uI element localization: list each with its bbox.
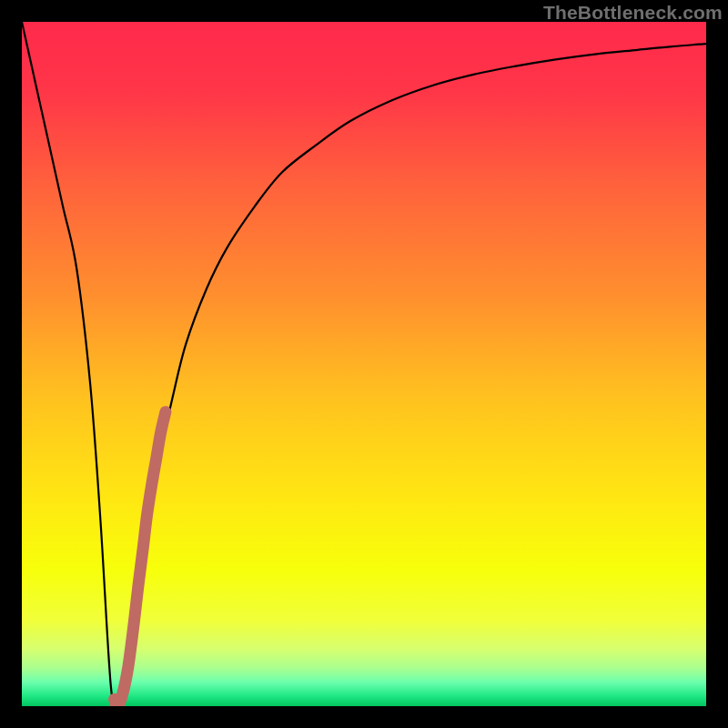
gradient-background xyxy=(22,22,706,706)
bottleneck-chart xyxy=(0,0,728,728)
chart-stage: TheBottleneck.com xyxy=(0,0,728,728)
watermark-text: TheBottleneck.com xyxy=(543,2,723,24)
